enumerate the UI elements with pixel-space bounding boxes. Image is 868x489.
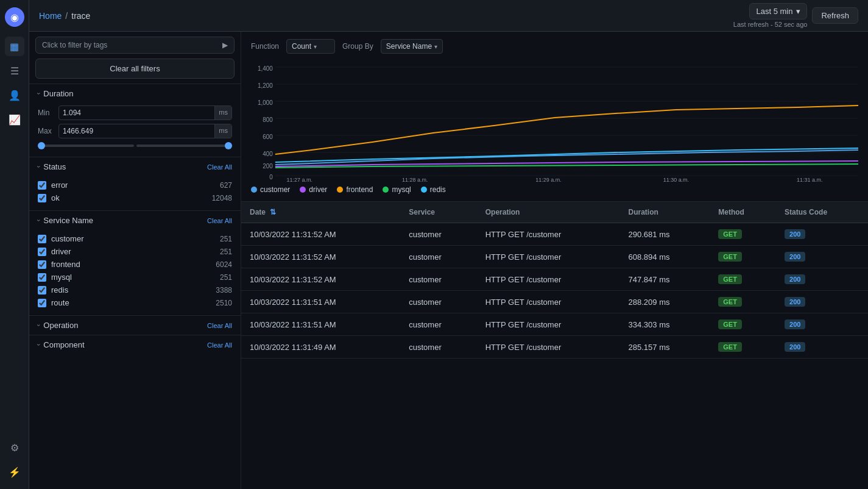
service-frontend-checkbox[interactable] [38, 260, 46, 269]
cell-method: GET [710, 223, 776, 246]
status-ok-checkbox[interactable] [38, 194, 46, 202]
breadcrumb-current: trace [71, 11, 90, 21]
table-row[interactable]: 10/03/2022 11:31:51 AM customer HTTP GET… [241, 313, 868, 336]
method-badge: GET [718, 342, 742, 352]
service-driver-label: driver [51, 247, 215, 256]
status-badge: 200 [785, 319, 805, 329]
duration-section-title: Duration [43, 89, 73, 98]
duration-section: › Duration Min ms Max [29, 84, 241, 157]
table-row[interactable]: 10/03/2022 11:31:51 AM customer HTTP GET… [241, 291, 868, 313]
filter-sidebar: Click to filter by tags ▶ Clear all filt… [29, 32, 241, 489]
table-row[interactable]: 10/03/2022 11:31:49 AM customer HTTP GET… [241, 336, 868, 359]
time-selector[interactable]: Last 5 min ▾ [749, 3, 807, 20]
cell-duration: 334.303 ms [620, 313, 710, 336]
cell-method: GET [710, 313, 776, 336]
duration-section-header[interactable]: › Duration [29, 84, 241, 103]
time-selector-label: Last 5 min [756, 7, 792, 16]
date-sort-icon: ⇅ [270, 208, 276, 216]
nav-trend-icon[interactable]: 📈 [5, 110, 24, 129]
status-error-label: error [51, 180, 215, 190]
duration-min-unit: ms [214, 106, 231, 120]
operation-section-header[interactable]: › Operation Clear All [29, 316, 241, 335]
status-ok-item[interactable]: ok 12048 [38, 191, 232, 204]
svg-text:11:28 a.m.: 11:28 a.m. [402, 177, 428, 182]
legend-customer-label: customer [260, 185, 290, 194]
status-section-header[interactable]: › Status Clear All [29, 157, 241, 176]
legend-driver-label: driver [309, 185, 327, 194]
cell-date: 10/03/2022 11:31:51 AM [241, 291, 400, 313]
duration-max-input[interactable] [59, 124, 214, 138]
legend-frontend-label: frontend [346, 185, 373, 194]
status-section: › Status Clear All error 627 ok 12048 [29, 157, 241, 210]
tag-filter-placeholder: Click to filter by tags [42, 41, 107, 49]
operation-clear-link[interactable]: Clear All [207, 322, 232, 329]
service-driver-checkbox[interactable] [38, 248, 46, 256]
status-error-checkbox[interactable] [38, 181, 46, 190]
legend-customer: customer [251, 185, 290, 194]
cell-method: GET [710, 336, 776, 359]
service-driver-item[interactable]: driver 251 [38, 245, 232, 258]
method-badge: GET [718, 319, 742, 329]
cell-service: customer [400, 291, 476, 313]
status-error-item[interactable]: error 627 [38, 179, 232, 191]
component-section-header[interactable]: › Component Clear All [29, 335, 241, 354]
legend-mysql: mysql [383, 185, 411, 194]
service-route-item[interactable]: route 2510 [38, 296, 232, 309]
service-redis-label: redis [51, 285, 211, 294]
table-row[interactable]: 10/03/2022 11:31:52 AM customer HTTP GET… [241, 268, 868, 291]
cell-duration: 285.157 ms [620, 336, 710, 359]
home-link[interactable]: Home [39, 11, 62, 21]
service-frontend-label: frontend [51, 260, 211, 269]
status-section-title: Status [43, 162, 66, 171]
status-chevron-icon: › [35, 166, 42, 168]
main-content: Function Count ▾ Group By Service Name ▾ [241, 32, 868, 489]
col-date[interactable]: Date ⇅ [241, 202, 400, 223]
tag-filter-bar[interactable]: Click to filter by tags ▶ [35, 37, 235, 54]
service-customer-item[interactable]: customer 251 [38, 232, 232, 245]
service-name-clear-link[interactable]: Clear All [207, 217, 232, 224]
cell-duration: 747.847 ms [620, 268, 710, 291]
refresh-button[interactable]: Refresh [812, 7, 858, 24]
function-value: Count [292, 42, 311, 51]
nav-plugin-icon[interactable]: ⚡ [5, 462, 24, 482]
chart-area: Function Count ▾ Group By Service Name ▾ [241, 32, 868, 202]
service-route-count: 2510 [216, 299, 232, 307]
groupby-dropdown-arrow: ▾ [434, 43, 437, 50]
service-frontend-item[interactable]: frontend 6024 [38, 258, 232, 271]
component-clear-link[interactable]: Clear All [207, 341, 232, 349]
breadcrumb-separator: / [65, 11, 68, 21]
service-redis-checkbox[interactable] [38, 286, 46, 294]
nav-user-icon[interactable]: 👤 [5, 85, 24, 105]
col-service: Service [400, 202, 476, 223]
nav-bar-chart-icon[interactable]: ▦ [5, 37, 24, 56]
cell-duration: 608.894 ms [620, 246, 710, 268]
service-customer-checkbox[interactable] [38, 235, 46, 243]
last-refresh-text: Last refresh - 52 sec ago [733, 21, 808, 28]
service-redis-item[interactable]: redis 3388 [38, 284, 232, 296]
service-route-checkbox[interactable] [38, 299, 46, 307]
duration-min-input[interactable] [59, 106, 214, 120]
cell-status-code: 200 [776, 313, 868, 336]
duration-max-input-wrap: ms [58, 124, 232, 138]
groupby-select[interactable]: Service Name ▾ [381, 39, 443, 54]
svg-text:11:29 a.m.: 11:29 a.m. [535, 177, 561, 182]
table-row[interactable]: 10/03/2022 11:31:52 AM customer HTTP GET… [241, 223, 868, 246]
method-badge: GET [718, 252, 742, 262]
nav-gear-icon[interactable]: ⚙ [5, 438, 24, 457]
clear-all-filters-button[interactable]: Clear all filters [35, 59, 235, 79]
service-mysql-checkbox[interactable] [38, 273, 46, 282]
chart-svg: 1,400 1,200 1,000 800 600 400 200 0 [251, 60, 858, 182]
cell-status-code: 200 [776, 246, 868, 268]
legend-redis-label: redis [430, 185, 446, 194]
function-select[interactable]: Count ▾ [286, 39, 335, 54]
duration-range-slider-max[interactable] [136, 145, 233, 147]
cell-date: 10/03/2022 11:31:49 AM [241, 336, 400, 359]
service-name-section: › Service Name Clear All customer 251 dr… [29, 210, 241, 315]
service-mysql-item[interactable]: mysql 251 [38, 271, 232, 284]
svg-text:11:31 a.m.: 11:31 a.m. [797, 177, 822, 182]
status-clear-link[interactable]: Clear All [207, 163, 232, 171]
duration-range-slider-min[interactable] [38, 145, 134, 147]
table-row[interactable]: 10/03/2022 11:31:52 AM customer HTTP GET… [241, 246, 868, 268]
service-name-section-header[interactable]: › Service Name Clear All [29, 211, 241, 230]
nav-list-icon[interactable]: ☰ [5, 61, 24, 80]
